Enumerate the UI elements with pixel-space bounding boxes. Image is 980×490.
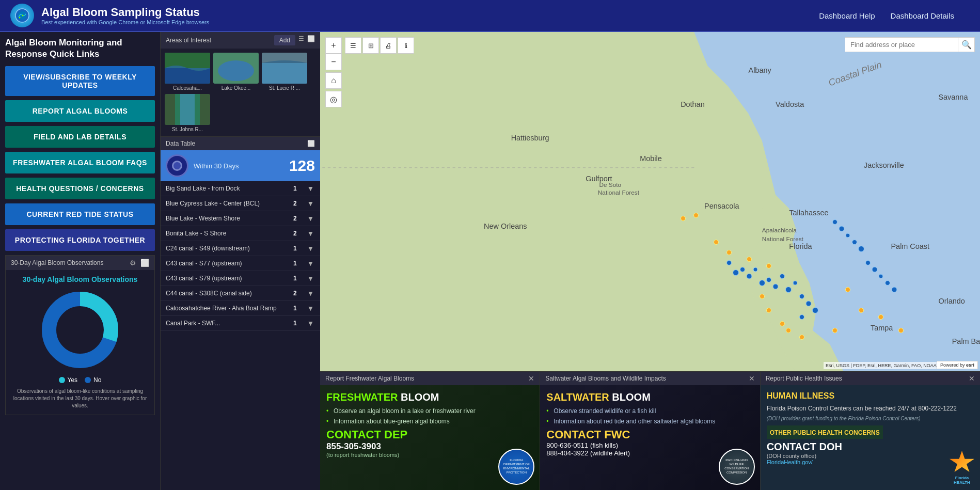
florida-health-sun [949, 451, 975, 474]
map-dot-blue [858, 246, 864, 252]
svg-text:Savanna: Savanna [938, 93, 968, 101]
legend-no-label: No [93, 376, 101, 384]
collapse-icon[interactable]: ⬜ [140, 259, 149, 267]
row-expand-btn[interactable]: ▼ [307, 259, 314, 267]
settings-icon[interactable]: ⚙ [130, 259, 136, 267]
table-row[interactable]: C44 canal - S308C (canal side) 2 ▼ [161, 286, 320, 301]
row-expand-btn[interactable]: ▼ [307, 304, 314, 312]
row-name: C24 canal - S49 (downstream) [161, 241, 288, 256]
area-label-lakeokeechobee: Lake Okee... [222, 85, 251, 91]
contact-doh[interactable]: CONTACT DOH [767, 441, 974, 453]
table-row[interactable]: Blue Lake - Western Shore 2 ▼ [161, 211, 320, 226]
table-row[interactable]: C24 canal - S49 (downstream) 1 ▼ [161, 241, 320, 256]
florida-health-website[interactable]: FloridaHealth.gov/ [767, 459, 974, 465]
nav-dashboard-details[interactable]: Dashboard Details [891, 11, 954, 20]
row-expand-btn[interactable]: ▼ [307, 184, 314, 193]
nav-dashboard-help[interactable]: Dashboard Help [819, 11, 875, 20]
dep-logo: FLORIDA DEPARTMENT OF ENVIRONMENTAL PROT… [498, 449, 534, 485]
svg-text:National Forest: National Forest [762, 235, 804, 243]
row-expand-btn[interactable]: ▼ [307, 289, 314, 297]
row-expand-btn[interactable]: ▼ [307, 274, 314, 282]
area-card-stjohns[interactable]: St. Johns R... [165, 94, 210, 132]
list-view-btn[interactable]: ☰ [345, 37, 361, 54]
legend-yes-label: Yes [68, 376, 78, 384]
table-row[interactable]: Big Sand Lake - from Dock 1 ▼ [161, 181, 320, 196]
florida-health-label: FloridaHEALTH [954, 476, 970, 485]
btn-faqs[interactable]: FRESHWATER ALGAL BLOOM FAQS [5, 152, 155, 173]
freshwater-bullet-1: Observe an algal bloom in a lake or fres… [326, 407, 533, 415]
svg-text:Apalachicola: Apalachicola [762, 227, 797, 234]
freshwater-close-btn[interactable]: ✕ [528, 374, 534, 383]
main-nav: Dashboard Help Dashboard Details [819, 11, 954, 20]
data-table-panel: Data Table ⬜ Within 30 Days 128 Big Sand… [161, 137, 320, 490]
table-row[interactable]: Canal Park - SWF... 1 ▼ [161, 316, 320, 331]
panel-controls: ⚙ ⬜ [130, 259, 149, 267]
print-btn[interactable]: 🖨 [380, 37, 397, 54]
row-count: 1 [288, 256, 302, 271]
data-table-list[interactable]: Big Sand Lake - from Dock 1 ▼ Blue Cypre… [161, 181, 320, 490]
saltwater-close-btn[interactable]: ✕ [749, 374, 755, 383]
left-sidebar: Algal Bloom Monitoring and Response Quic… [0, 32, 160, 490]
other-health-label: OTHER PUBLIC HEALTH CONCERNS [767, 425, 883, 439]
row-count: 2 [288, 211, 302, 226]
zoom-in-btn[interactable]: + [325, 37, 342, 54]
svg-text:Hattiesburg: Hattiesburg [511, 134, 549, 142]
saltwater-contact-label[interactable]: CONTACT FWC [546, 428, 753, 441]
svg-rect-8 [165, 68, 210, 84]
health-close-btn[interactable]: ✕ [969, 374, 975, 383]
row-expand-btn[interactable]: ▼ [307, 199, 314, 208]
svg-text:Valdosta: Valdosta [776, 100, 804, 108]
zoom-out-btn[interactable]: − [325, 54, 342, 70]
area-label-stjohns: St. Johns R... [172, 127, 203, 132]
area-label-stlucie: St. Lucie R ... [269, 85, 300, 91]
data-table-close-icon[interactable]: ⬜ [307, 140, 315, 147]
area-card-lakeokeechobee[interactable]: Lake Okee... [213, 53, 259, 91]
freshwater-contact-label[interactable]: CONTACT DEP [326, 428, 533, 441]
thirty-day-chart-title: 30-day Algal Bloom Observations [11, 275, 149, 283]
saltwater-bullet-1: Observe stranded wildlife or a fish kill [546, 407, 753, 415]
map-dot-blue [879, 274, 883, 279]
table-row[interactable]: Blue Cypress Lake - Center (BCL) 2 ▼ [161, 196, 320, 211]
health-panel-header: Report Public Health Issues ✕ [761, 372, 980, 385]
info-btn[interactable]: ℹ [398, 37, 414, 54]
area-card-caloosahatchee[interactable]: Caloosaha... [165, 53, 210, 91]
map-dot-blue [746, 274, 752, 279]
btn-weekly-updates[interactable]: VIEW/SUBSCRIBE TO WEEKLY UPDATES [5, 66, 155, 96]
btn-red-tide[interactable]: CURRENT RED TIDE STATUS [5, 203, 155, 225]
row-count: 2 [288, 226, 302, 241]
map-dot-yellow [681, 216, 686, 221]
map-dot-blue [740, 267, 745, 272]
map-dot-yellow [747, 257, 752, 262]
map-dot-blue [799, 294, 804, 299]
map-search-input[interactable] [845, 37, 958, 52]
areas-menu-icon[interactable]: ☰ [298, 35, 304, 45]
main-layout: Algal Bloom Monitoring and Response Quic… [0, 32, 980, 490]
row-expand-btn[interactable]: ▼ [307, 214, 314, 223]
table-row[interactable]: C43 canal - S79 (upstream) 1 ▼ [161, 271, 320, 286]
title-block: Algal Bloom Sampling Status Best experie… [41, 6, 819, 25]
donut-chart [11, 289, 149, 371]
row-expand-btn[interactable]: ▼ [307, 244, 314, 252]
home-btn[interactable]: ⌂ [325, 72, 342, 89]
areas-add-btn[interactable]: Add [274, 35, 295, 45]
fwc-logo: FWC FISH AND WILDLIFE CONSERVATION COMMI… [719, 449, 755, 485]
map-search-btn[interactable]: 🔍 [958, 37, 975, 52]
areas-close-icon[interactable]: ⬜ [307, 35, 315, 45]
table-row[interactable]: Caloosahatchee River - Alva Boat Ramp 1 … [161, 301, 320, 316]
btn-field-lab[interactable]: FIELD AND LAB DETAILS [5, 126, 155, 148]
btn-health-questions[interactable]: HEALTH QUESTIONS / CONCERNS [5, 178, 155, 199]
btn-protecting-florida[interactable]: PROTECTING FLORIDA TOGETHER [5, 229, 155, 251]
map-dot-blue [872, 266, 877, 272]
area-card-stlucie[interactable]: St. Lucie R ... [262, 53, 307, 91]
row-count: 1 [288, 301, 302, 316]
row-expand-btn[interactable]: ▼ [307, 319, 314, 327]
btn-report-blooms[interactable]: REPORT ALGAL BLOOMS [5, 100, 155, 122]
grid-view-btn[interactable]: ⊞ [362, 37, 379, 54]
map-container[interactable]: Coastal Plain Mobile Gulfport Hattiesbur… [320, 32, 980, 371]
row-expand-btn[interactable]: ▼ [307, 229, 314, 238]
table-row[interactable]: C43 canal - S77 (upstream) 1 ▼ [161, 256, 320, 271]
observations-table: Big Sand Lake - from Dock 1 ▼ Blue Cypre… [161, 181, 320, 331]
location-btn[interactable]: ◎ [325, 91, 342, 107]
table-row[interactable]: Bonita Lake - S Shore 2 ▼ [161, 226, 320, 241]
quick-links-title: Algal Bloom Monitoring and Response Quic… [5, 37, 155, 60]
